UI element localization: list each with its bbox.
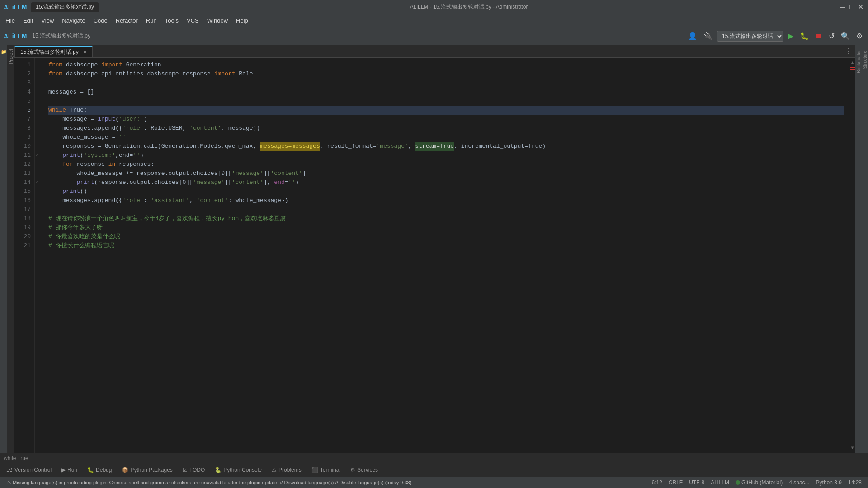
minimize-button[interactable]: ─ (839, 4, 846, 11)
bottom-tab-run[interactable]: ▶Run (57, 465, 82, 475)
tab-label: Problems (278, 467, 302, 473)
scroll-down-arrow[interactable]: ▼ (849, 445, 856, 451)
bottom-tab-python-console[interactable]: 🐍Python Console (210, 465, 266, 475)
toolbar-left: ALiLLM 15.流式输出多轮对话.py (4, 32, 90, 40)
title-bar-left: ALiLLM 15.流式输出多轮对话.py (4, 2, 99, 12)
encoding-item[interactable]: UTF-8 (686, 479, 707, 486)
bottom-tab-services[interactable]: ⚙Services (346, 465, 382, 475)
title-bar-file-tab: 15.流式输出多轮对话.py (31, 2, 99, 12)
tab-icon: 📦 (122, 467, 128, 473)
debug-button[interactable]: 🐛 (798, 31, 811, 41)
code-line-1: from dashscope import Generation (48, 61, 844, 70)
menu-item-refactor[interactable]: Refactor (112, 16, 142, 25)
code-line-12: for response in responses: (48, 160, 844, 169)
code-line-3 (48, 79, 844, 88)
window-title: ALiLLM - 15.流式输出多轮对话.py - Administrator (410, 4, 528, 10)
menu-item-view[interactable]: View (38, 16, 57, 25)
code-line-15: print() (48, 187, 844, 196)
position-text: 6:12 (651, 479, 662, 486)
code-content[interactable]: from dashscope import Generation from da… (44, 58, 849, 453)
bottom-tab-problems[interactable]: ⚠Problems (267, 465, 306, 475)
code-line-5 (48, 97, 844, 106)
tab-label: Version Control (14, 467, 52, 473)
menu-item-file[interactable]: File (2, 16, 19, 25)
error-mark-2 (850, 69, 855, 70)
run-button[interactable]: ▶ (786, 31, 795, 41)
menu-item-run[interactable]: Run (142, 16, 160, 25)
menu-item-help[interactable]: Help (232, 16, 252, 25)
position-item[interactable]: 6:12 (649, 479, 665, 486)
code-line-2: from dashscope.api_entities.dashscope_re… (48, 70, 844, 79)
code-line-11: print('system:',end='') (48, 151, 844, 160)
warning-text: Missing language(s) in proofreading plug… (13, 480, 411, 485)
time-text: 14:28 (848, 479, 862, 486)
menu-item-code[interactable]: Code (90, 16, 111, 25)
line-ending-item[interactable]: CRLF (666, 479, 685, 486)
tab-icon: ⎇ (6, 467, 13, 473)
title-center: ALiLLM - 15.流式输出多轮对话.py - Administrator (410, 3, 528, 11)
toolbar-app-name: ALiLLM (4, 33, 27, 40)
status-dot (736, 480, 740, 485)
plugin-icon-button[interactable]: 🔌 (702, 31, 714, 41)
code-line-19: # 那你今年多大了呀 (48, 223, 844, 232)
tab-label: Services (357, 467, 378, 473)
bottom-tab-version-control[interactable]: ⎇Version Control (2, 465, 56, 475)
settings-button[interactable]: ⚙ (854, 31, 864, 41)
menu-item-tools[interactable]: Tools (161, 16, 182, 25)
tab-more-button[interactable]: ⋮ (841, 45, 855, 57)
menu-item-edit[interactable]: Edit (19, 16, 37, 25)
code-line-21: # 你擅长什么编程语言呢 (48, 241, 844, 250)
bottom-tabs-panel: ⎇Version Control▶Run🐛Debug📦Python Packag… (0, 463, 868, 476)
bottom-tab-debug[interactable]: 🐛Debug (83, 465, 116, 475)
error-mark-1 (850, 67, 855, 68)
tab-icon: 🐍 (215, 467, 222, 473)
sidebar-project-icon[interactable]: 📁 (0, 48, 7, 56)
editor-tab-filename: 15.流式输出多轮对话.py (20, 48, 79, 56)
code-line-17 (48, 205, 844, 214)
indent-item[interactable]: 4 spac... (786, 479, 812, 486)
maximize-button[interactable]: □ (848, 4, 855, 11)
menu-item-navigate[interactable]: Navigate (58, 16, 89, 25)
warning-item[interactable]: ⚠ Missing language(s) in proofreading pl… (4, 479, 414, 486)
app-logo: ALiLLM (4, 4, 27, 11)
rerun-button[interactable]: ↺ (827, 31, 836, 41)
language-text: Python 3.9 (816, 479, 842, 486)
bookmarks-panel: Bookmarks (855, 45, 862, 453)
close-button[interactable]: ✕ (857, 4, 864, 11)
left-sidebar: 📁 (0, 45, 7, 453)
code-line-8: messages.append({'role': Role.USER, 'con… (48, 124, 844, 133)
code-line-9: whole_message = '' (48, 133, 844, 142)
gutter-icons: ○ ○ (35, 58, 44, 453)
while-true-text: while True (4, 455, 28, 461)
user-icon-button[interactable]: 👤 (686, 31, 699, 41)
stop-button[interactable]: ⏹ (813, 31, 824, 41)
structure-label[interactable]: Structure (863, 47, 868, 73)
menu-item-vcs[interactable]: VCS (183, 16, 203, 25)
code-editor: 1 2 3 4 5 6 7 8 9 10 11 12 13 14 15 16 1… (14, 58, 855, 453)
project-label[interactable]: Project (8, 45, 14, 68)
code-line-6: while True: (48, 106, 844, 115)
code-line-13: whole_message += response.output.choices… (48, 169, 844, 178)
bottom-tab-todo[interactable]: ☑TODO (178, 465, 209, 475)
bookmarks-label[interactable]: Bookmarks (856, 47, 861, 77)
menu-item-window[interactable]: Window (203, 16, 231, 25)
scroll-up-arrow[interactable]: ▲ (849, 60, 856, 66)
warning-icon: ⚠ (6, 479, 11, 486)
code-line-10: responses = Generation.call(Generation.M… (48, 142, 844, 151)
editor-tab-active[interactable]: 15.流式输出多轮对话.py × (14, 46, 93, 57)
tab-icon: ⬛ (311, 467, 318, 473)
tab-label: Run (67, 467, 77, 473)
search-button[interactable]: 🔍 (839, 31, 852, 41)
plugin-item[interactable]: ALiLLM (708, 479, 732, 486)
vcs-item[interactable]: GitHub (Material) (733, 479, 785, 486)
toolbar: ALiLLM 15.流式输出多轮对话.py 👤 🔌 15.流式输出多轮对话 ▶ … (0, 27, 868, 45)
tab-label: Debug (96, 467, 112, 473)
bottom-tab-terminal[interactable]: ⬛Terminal (307, 465, 345, 475)
while-true-bar: while True (0, 453, 868, 463)
bottom-tab-python-packages[interactable]: 📦Python Packages (117, 465, 177, 475)
language-item[interactable]: Python 3.9 (813, 479, 844, 486)
code-line-20: # 你最喜欢吃的菜是什么呢 (48, 232, 844, 241)
run-config-select[interactable]: 15.流式输出多轮对话 (717, 31, 783, 42)
line-ending-text: CRLF (669, 479, 683, 486)
tab-close-button[interactable]: × (83, 48, 87, 56)
